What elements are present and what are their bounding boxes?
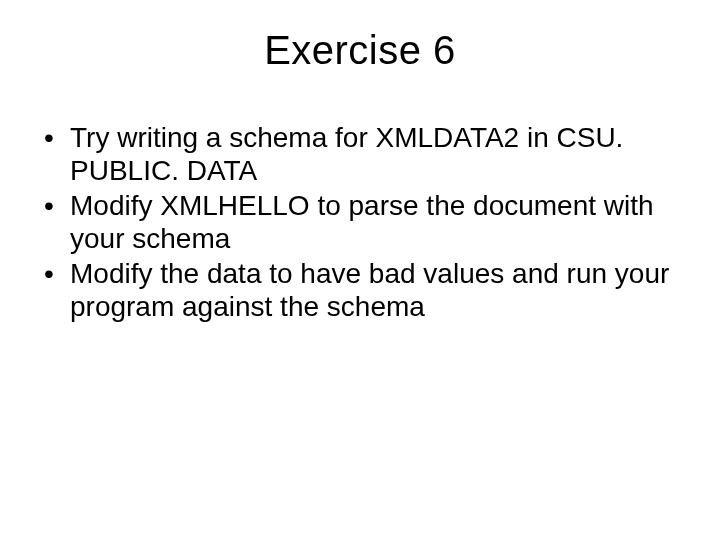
list-item: Modify the data to have bad values and r…	[40, 257, 680, 323]
list-item: Modify XMLHELLO to parse the document wi…	[40, 189, 680, 255]
slide: Exercise 6 Try writing a schema for XMLD…	[0, 0, 720, 540]
bullet-list: Try writing a schema for XMLDATA2 in CSU…	[30, 121, 690, 323]
slide-title: Exercise 6	[30, 28, 690, 73]
list-item: Try writing a schema for XMLDATA2 in CSU…	[40, 121, 680, 187]
